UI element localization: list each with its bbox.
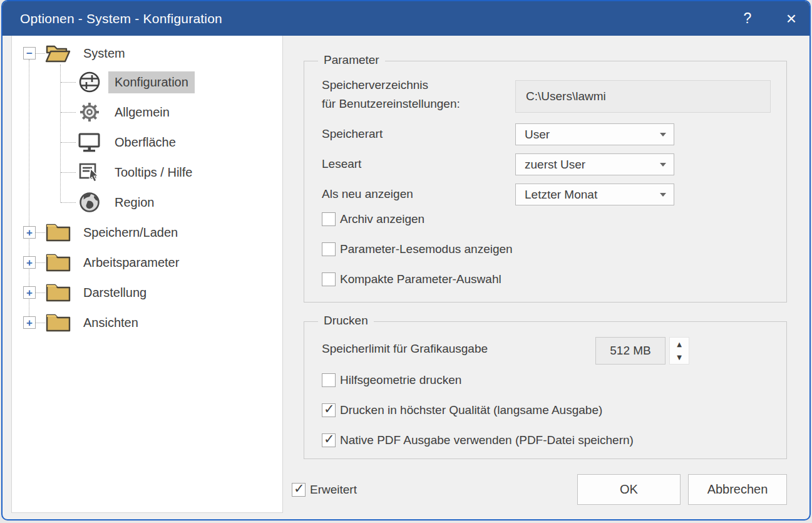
sliders-icon [76, 70, 103, 94]
settings-tree: − + + + + System [11, 36, 283, 513]
tree-item-konfiguration[interactable]: Konfiguration [12, 68, 279, 96]
chevron-down-icon [660, 193, 666, 197]
speicherlimit-stepper: ▲ ▼ [669, 337, 689, 365]
globe-icon [76, 190, 103, 214]
erweitert-checkbox[interactable] [292, 483, 306, 497]
help-pointer-icon [76, 160, 103, 184]
hoechste-qualitaet-checkbox[interactable] [322, 403, 336, 417]
speicherlimit-field: 512 MB [595, 337, 666, 365]
checkbox-label: Archiv anzeigen [340, 212, 424, 226]
storage-dir-field: C:\Users\lawmi [515, 80, 771, 113]
close-icon[interactable]: × [778, 1, 804, 36]
closed-folder-icon [44, 311, 72, 334]
closed-folder-icon [44, 221, 72, 244]
tree-item-label: Tooltips / Hilfe [108, 162, 199, 184]
archiv-anzeigen-row: Archiv anzeigen [322, 212, 424, 226]
expand-expander-icon[interactable]: + [23, 316, 36, 329]
options-dialog: Optionen - System - Konfiguration ? × − … [1, 0, 811, 520]
tree-item-label: Oberfläche [108, 132, 182, 153]
expand-expander-icon[interactable]: + [23, 256, 36, 269]
als-neu-anzeigen-label: Als neu anzeigen [322, 187, 413, 201]
speicherart-dropdown[interactable]: User [515, 123, 674, 145]
tree-item-label: Allgemein [108, 101, 176, 123]
closed-folder-icon [44, 251, 72, 274]
group-title: Drucken [318, 314, 374, 328]
tree-item-allgemein[interactable]: Allgemein [12, 98, 279, 127]
tree-item-tooltips-hilfe[interactable]: Tooltips / Hilfe [12, 158, 279, 187]
tree-item-oberflaeche[interactable]: Oberfläche [12, 128, 279, 157]
checkbox-label: Native PDF Ausgabe verwenden (PDF-Datei … [340, 433, 634, 447]
monitor-icon [76, 130, 103, 154]
ok-button[interactable]: OK [577, 474, 681, 505]
collapse-expander-icon[interactable]: − [23, 47, 36, 60]
tree-item-label: Ansichten [77, 312, 145, 334]
closed-folder-icon [44, 281, 72, 304]
kompakte-parameter-row: Kompakte Parameter-Auswahl [322, 272, 501, 286]
kompakte-parameter-checkbox[interactable] [322, 272, 336, 286]
parameter-lesemodus-checkbox[interactable] [322, 242, 336, 256]
archiv-anzeigen-checkbox[interactable] [322, 212, 336, 226]
erweitert-row: Erweitert [292, 483, 357, 497]
open-folder-icon [44, 42, 72, 65]
chevron-down-icon [660, 163, 666, 167]
hilfsgeometrie-checkbox[interactable] [322, 373, 336, 387]
help-icon[interactable]: ? [734, 1, 761, 36]
tree-item-arbeitsparameter[interactable]: Arbeitsparameter [12, 248, 279, 277]
checkbox-label: Hilfsgeometrie drucken [340, 373, 461, 387]
titlebar: Optionen - System - Konfiguration ? × [3, 1, 809, 36]
storage-dir-label: Speicherverzeichnis für Benutzereinstell… [322, 78, 460, 111]
checkbox-label: Parameter-Lesemodus anzeigen [340, 242, 513, 256]
tree-item-label: Region [108, 192, 160, 214]
speicherlimit-label: Speicherlimit für Grafikausgabe [322, 342, 488, 356]
spinner-down-icon[interactable]: ▼ [670, 351, 689, 364]
tree-item-label: Darstellung [77, 282, 153, 304]
checkbox-label: Erweitert [310, 483, 357, 497]
tree-item-label: Arbeitsparameter [77, 252, 185, 274]
tree-item-label: Speichern/Laden [77, 222, 184, 244]
cancel-button[interactable]: Abbrechen [688, 474, 787, 505]
gear-icon [76, 100, 103, 124]
spinner-up-icon[interactable]: ▲ [670, 338, 689, 351]
tree-item-system[interactable]: System [12, 39, 279, 68]
leseart-dropdown[interactable]: zuerst User [515, 153, 674, 175]
parameter-group: Parameter Speicherverzeichnis für Benutz… [304, 61, 787, 303]
tree-item-speichern-laden[interactable]: Speichern/Laden [12, 218, 279, 247]
checkbox-label: Drucken in höchster Qualität (langsame A… [340, 403, 602, 417]
speicherart-label: Speicherart [322, 127, 383, 141]
expand-expander-icon[interactable]: + [23, 286, 36, 299]
hilfsgeometrie-row: Hilfsgeometrie drucken [322, 373, 461, 387]
als-neu-anzeigen-dropdown[interactable]: Letzter Monat [515, 184, 674, 205]
native-pdf-row: Native PDF Ausgabe verwenden (PDF-Datei … [322, 433, 634, 447]
checkbox-label: Kompakte Parameter-Auswahl [340, 272, 501, 286]
tree-item-darstellung[interactable]: Darstellung [12, 278, 279, 307]
tree-item-region[interactable]: Region [12, 188, 279, 217]
hoechste-qualitaet-row: Drucken in höchster Qualität (langsame A… [322, 403, 602, 417]
tree-item-label: System [77, 43, 131, 65]
drucken-group: Drucken Speicherlimit für Grafikausgabe … [304, 321, 787, 459]
native-pdf-checkbox[interactable] [322, 433, 336, 447]
group-title: Parameter [318, 53, 385, 67]
leseart-label: Leseart [322, 157, 361, 171]
dialog-title: Optionen - System - Konfiguration [20, 11, 222, 26]
tree-item-label-selected: Konfiguration [108, 71, 195, 93]
tree-item-ansichten[interactable]: Ansichten [12, 308, 279, 337]
chevron-down-icon [660, 133, 666, 137]
expand-expander-icon[interactable]: + [23, 226, 36, 239]
parameter-lesemodus-row: Parameter-Lesemodus anzeigen [322, 242, 513, 256]
